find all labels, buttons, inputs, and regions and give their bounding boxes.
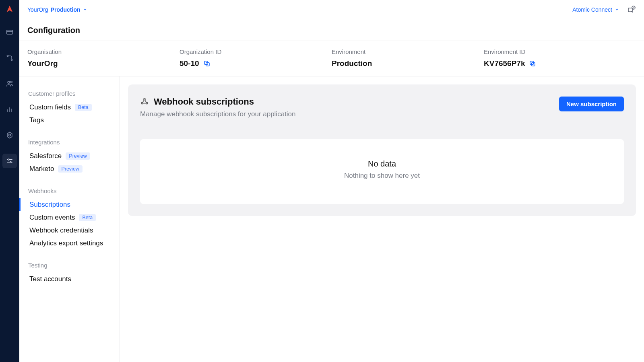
svg-point-22 (146, 102, 148, 104)
svg-point-14 (10, 162, 11, 163)
badge-beta: Beta (75, 104, 92, 111)
side-head-integrations: Integrations (19, 137, 120, 150)
rail-item-settings[interactable] (2, 128, 17, 142)
left-rail (0, 0, 19, 362)
sidebar-item-label: Salesforce (29, 152, 62, 160)
sidebar-item-label: Custom events (29, 214, 75, 222)
sidebar-item-marketo[interactable]: Marketo Preview (19, 162, 120, 175)
sidebar-item-subscriptions[interactable]: Subscriptions (19, 198, 120, 211)
svg-point-2 (7, 55, 8, 56)
sidebar-item-webhook-credentials[interactable]: Webhook credentials (19, 224, 120, 237)
rail-item-flows[interactable] (2, 51, 17, 65)
sidebar-item-analytics-export[interactable]: Analytics export settings (19, 237, 120, 250)
sidebar-item-label: Tags (29, 116, 44, 124)
info-label-env: Environment (332, 48, 484, 55)
info-label-org: Organisation (27, 48, 180, 55)
panel-subtitle: Manage webhook subscriptions for your ap… (140, 110, 296, 118)
sidebar-item-label: Webhook credentials (29, 226, 93, 234)
info-label-envid: Environment ID (484, 48, 636, 55)
panel-title: Webhook subscriptions (154, 97, 254, 107)
sidebar-item-tags[interactable]: Tags (19, 114, 120, 127)
sidebar-item-salesforce[interactable]: Salesforce Preview (19, 150, 120, 162)
copy-icon[interactable] (203, 60, 211, 67)
info-label-orgid: Organization ID (180, 48, 332, 55)
config-sidebar: Customer profiles Custom fields Beta Tag… (19, 76, 120, 362)
empty-title: No data (148, 159, 616, 169)
sidebar-item-label: Subscriptions (29, 201, 70, 209)
svg-point-5 (10, 81, 12, 83)
side-head-customer-profiles: Customer profiles (19, 88, 120, 101)
svg-rect-0 (7, 30, 13, 34)
copy-icon[interactable] (529, 60, 536, 67)
content: Webhook subscriptions Manage webhook sub… (120, 76, 644, 362)
svg-point-10 (9, 134, 11, 136)
env-name: Production (51, 6, 80, 13)
sidebar-item-custom-events[interactable]: Custom events Beta (19, 211, 120, 224)
topbar: YourOrg Production Atomic Connect (19, 0, 644, 19)
sidebar-item-custom-fields[interactable]: Custom fields Beta (19, 101, 120, 114)
svg-marker-9 (7, 132, 12, 138)
empty-state: No data Nothing to show here yet (140, 139, 624, 204)
rail-item-analytics[interactable] (2, 102, 17, 117)
info-strip: Organisation YourOrg Organization ID 50-… (19, 41, 644, 76)
rail-item-customers[interactable] (2, 76, 17, 91)
svg-point-3 (11, 59, 12, 60)
badge-beta: Beta (79, 214, 96, 221)
sidebar-item-test-accounts[interactable]: Test accounts (19, 273, 120, 286)
info-value-envid: KV7656P7k (484, 59, 525, 68)
empty-subtitle: Nothing to show here yet (148, 172, 616, 180)
org-name: YourOrg (27, 6, 48, 13)
info-value-orgid: 50-10 (180, 59, 199, 68)
new-subscription-button[interactable]: New subscription (559, 97, 624, 111)
badge-preview: Preview (58, 165, 82, 173)
page-title: Configuration (19, 19, 644, 41)
badge-preview: Preview (66, 152, 90, 160)
sidebar-item-label: Analytics export settings (29, 239, 103, 247)
side-head-testing: Testing (19, 260, 120, 273)
logo-icon (5, 5, 14, 14)
svg-point-4 (8, 81, 10, 83)
sidebar-item-label: Test accounts (29, 275, 71, 283)
webhook-icon (140, 97, 149, 107)
atomic-connect-label: Atomic Connect (572, 6, 612, 13)
changelog-icon[interactable] (626, 5, 636, 14)
chevron-down-icon (83, 7, 87, 12)
rail-item-cards[interactable] (2, 25, 17, 39)
webhook-subscriptions-panel: Webhook subscriptions Manage webhook sub… (128, 84, 636, 216)
info-value-org: YourOrg (27, 59, 58, 68)
org-env-switcher[interactable]: YourOrg Production (27, 6, 87, 13)
sidebar-item-label: Marketo (29, 165, 54, 173)
side-head-webhooks: Webhooks (19, 186, 120, 198)
atomic-connect-link[interactable]: Atomic Connect (572, 6, 619, 13)
svg-point-21 (141, 102, 143, 104)
info-value-env: Production (332, 59, 372, 68)
chevron-down-icon (615, 7, 619, 12)
rail-item-configuration[interactable] (2, 154, 17, 168)
svg-point-12 (8, 159, 9, 160)
svg-point-20 (144, 98, 145, 100)
sidebar-item-label: Custom fields (29, 103, 71, 111)
